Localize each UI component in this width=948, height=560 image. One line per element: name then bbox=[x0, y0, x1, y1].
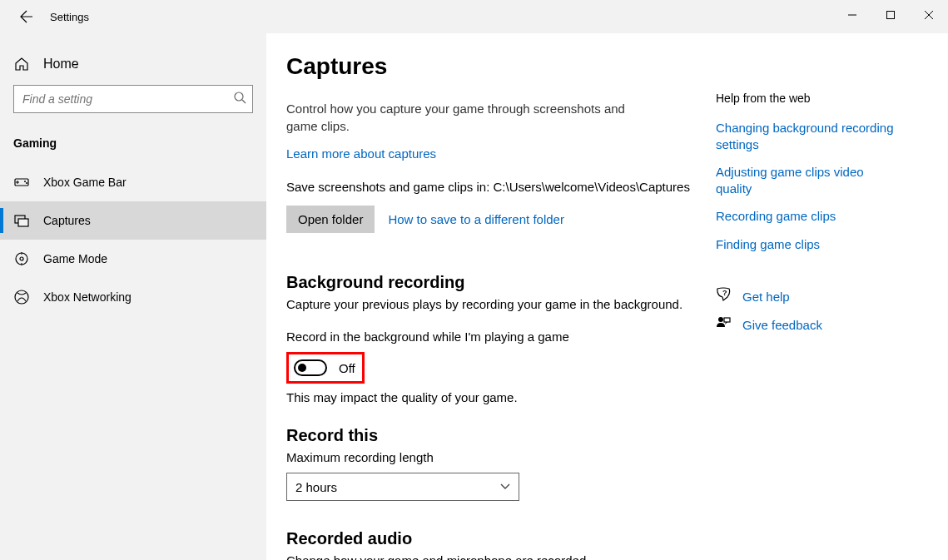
close-icon bbox=[925, 11, 933, 19]
bg-toggle[interactable] bbox=[294, 359, 327, 376]
game-mode-icon bbox=[13, 251, 30, 266]
window-controls bbox=[833, 0, 948, 30]
maximize-button[interactable] bbox=[871, 0, 910, 30]
window-title: Settings bbox=[50, 11, 89, 23]
folder-row: Open folder How to save to a different f… bbox=[286, 206, 711, 233]
home-label: Home bbox=[43, 57, 79, 72]
recorded-audio-heading: Recorded audio bbox=[286, 529, 711, 548]
svg-point-13 bbox=[16, 253, 27, 265]
captures-icon bbox=[13, 214, 30, 227]
page-title: Captures bbox=[286, 53, 711, 80]
open-folder-button[interactable]: Open folder bbox=[286, 206, 375, 233]
sidebar-item-xbox-networking[interactable]: Xbox Networking bbox=[0, 278, 266, 316]
recorded-audio-desc: Change how your game and microphone are … bbox=[286, 553, 711, 560]
close-button[interactable] bbox=[910, 0, 948, 30]
home-icon bbox=[13, 57, 30, 72]
sidebar-item-xbox-game-bar[interactable]: Xbox Game Bar bbox=[0, 163, 266, 201]
get-help-row[interactable]: ? Get help bbox=[716, 287, 948, 305]
help-link-video-quality[interactable]: Adjusting game clips video quality bbox=[716, 164, 899, 196]
minimize-icon bbox=[848, 11, 856, 19]
xbox-icon bbox=[13, 290, 30, 305]
sidebar-section-header: Gaming bbox=[0, 130, 266, 163]
chevron-down-icon bbox=[500, 483, 510, 490]
svg-text:?: ? bbox=[722, 289, 727, 297]
sidebar-item-label: Captures bbox=[43, 214, 91, 227]
svg-line-5 bbox=[242, 100, 246, 103]
help-icon: ? bbox=[716, 287, 731, 305]
bg-recording-desc: Capture your previous plays by recording… bbox=[286, 297, 711, 311]
search-input[interactable] bbox=[13, 85, 253, 113]
svg-rect-1 bbox=[887, 12, 895, 19]
sidebar-item-captures[interactable]: Captures bbox=[0, 201, 266, 240]
intro-text: Control how you capture your game throug… bbox=[286, 100, 653, 135]
help-link-finding[interactable]: Finding game clips bbox=[716, 236, 899, 253]
main-column: Captures Control how you capture your ga… bbox=[286, 53, 711, 560]
bg-toggle-state: Off bbox=[339, 361, 355, 375]
svg-point-14 bbox=[20, 257, 23, 260]
svg-point-4 bbox=[235, 92, 243, 101]
sidebar-item-label: Game Mode bbox=[43, 252, 107, 265]
content-area: Captures Control how you capture your ga… bbox=[266, 33, 948, 560]
record-this-heading: Record this bbox=[286, 426, 711, 445]
get-help-link: Get help bbox=[742, 290, 790, 304]
learn-more-link[interactable]: Learn more about captures bbox=[286, 146, 436, 161]
bg-hint: This may impact the quality of your game… bbox=[286, 390, 711, 404]
search-icon bbox=[233, 91, 246, 107]
svg-point-10 bbox=[26, 182, 27, 184]
bg-toggle-label: Record in the background while I'm playi… bbox=[286, 330, 711, 344]
diff-folder-link[interactable]: How to save to a different folder bbox=[388, 212, 564, 226]
record-length-label: Maximum recording length bbox=[286, 450, 711, 464]
svg-rect-12 bbox=[18, 219, 28, 226]
svg-rect-20 bbox=[724, 318, 730, 322]
right-column: Help from the web Changing background re… bbox=[711, 53, 948, 560]
minimize-button[interactable] bbox=[833, 0, 871, 30]
sidebar-item-home[interactable]: Home bbox=[0, 50, 266, 78]
record-length-select-wrap: 2 hours bbox=[286, 473, 519, 501]
game-bar-icon bbox=[13, 176, 30, 188]
record-length-select[interactable]: 2 hours bbox=[286, 473, 519, 501]
save-path-value: C:\Users\welcome\Videos\Captures bbox=[493, 180, 689, 194]
bg-toggle-highlight: Off bbox=[286, 352, 365, 384]
svg-point-19 bbox=[718, 317, 723, 322]
sidebar-item-label: Xbox Game Bar bbox=[43, 176, 127, 189]
svg-point-9 bbox=[24, 181, 26, 182]
titlebar: Settings bbox=[0, 0, 948, 33]
help-header: Help from the web bbox=[716, 92, 948, 105]
sidebar-item-label: Xbox Networking bbox=[43, 290, 132, 304]
help-link-bg-settings[interactable]: Changing background recording settings bbox=[716, 120, 899, 152]
arrow-left-icon bbox=[20, 10, 33, 23]
svg-point-17 bbox=[15, 290, 28, 304]
sidebar: Home Gaming Xbox Game Bar Captures Game … bbox=[0, 33, 266, 560]
feedback-icon bbox=[716, 315, 731, 334]
give-feedback-link: Give feedback bbox=[742, 318, 822, 332]
give-feedback-row[interactable]: Give feedback bbox=[716, 315, 948, 334]
help-link-recording[interactable]: Recording game clips bbox=[716, 208, 899, 225]
record-length-value: 2 hours bbox=[295, 480, 337, 494]
maximize-icon bbox=[886, 11, 895, 19]
sidebar-item-game-mode[interactable]: Game Mode bbox=[0, 240, 266, 278]
save-path-text: Save screenshots and game clips in: C:\U… bbox=[286, 180, 711, 194]
search-box bbox=[13, 85, 253, 113]
bg-recording-heading: Background recording bbox=[286, 273, 711, 292]
back-button[interactable] bbox=[13, 3, 40, 30]
